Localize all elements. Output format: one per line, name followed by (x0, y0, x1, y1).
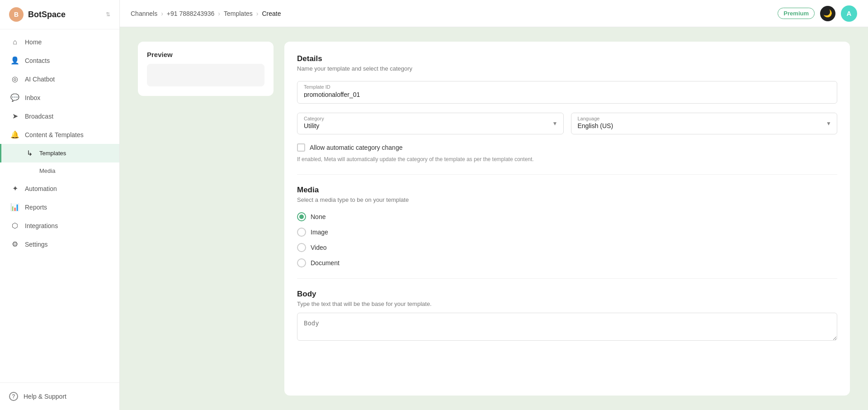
sidebar-label-reports: Reports (25, 204, 47, 211)
category-language-row: Category Utility ▼ Language English (US)… (297, 113, 837, 134)
sidebar-label-broadcast: Broadcast (25, 113, 53, 120)
automation-icon: ✦ (10, 184, 19, 193)
media-radio-group: None Image Video Document (297, 212, 837, 267)
radio-none-label: None (311, 213, 326, 220)
details-title: Details (297, 54, 837, 63)
sidebar-logo[interactable]: B BotSpace ⇅ (0, 0, 119, 29)
radio-video-outer (297, 243, 306, 252)
sidebar-item-templates[interactable]: ↳ Templates (0, 144, 119, 162)
language-label: Language (578, 116, 819, 121)
sidebar-label-settings: Settings (25, 241, 48, 248)
template-id-field: Template ID (297, 81, 837, 104)
preview-bubble (147, 64, 264, 86)
integrations-icon: ⬡ (10, 221, 19, 230)
details-panel: Details Name your template and select th… (284, 42, 850, 396)
reports-icon: 📊 (10, 203, 19, 211)
sidebar-item-content-templates[interactable]: 🔔 Content & Templates (0, 125, 119, 144)
breadcrumb: Channels › +91 7888243936 › Templates › … (131, 10, 281, 17)
media-subtitle: Select a media type to be on your templa… (297, 196, 837, 203)
theme-toggle-button[interactable]: 🌙 (820, 6, 835, 21)
content-area: Preview Details Name your template and s… (120, 27, 868, 410)
media-section: Media Select a media type to be on your … (297, 186, 837, 267)
logo-avatar: B (9, 7, 24, 22)
preview-panel: Preview (138, 42, 274, 396)
sidebar-item-broadcast[interactable]: ➤ Broadcast (0, 107, 119, 125)
sidebar-label-integrations: Integrations (25, 222, 58, 229)
radio-image-outer (297, 228, 306, 237)
sidebar-item-media[interactable]: Media (0, 162, 119, 179)
sidebar-item-integrations[interactable]: ⬡ Integrations (0, 216, 119, 235)
app-name: BotSpace (28, 10, 66, 19)
settings-icon: ⚙ (10, 240, 19, 248)
sidebar-label-media: Media (39, 167, 55, 174)
help-support-item[interactable]: ? Help & Support (9, 388, 110, 405)
broadcast-icon: ➤ (10, 112, 19, 120)
templates-icon: ↳ (25, 149, 34, 157)
sidebar-label-inbox: Inbox (25, 94, 40, 101)
content-templates-icon: 🔔 (10, 130, 19, 139)
sidebar-item-home[interactable]: ⌂ Home (0, 33, 119, 51)
sidebar-label-content-templates: Content & Templates (25, 131, 84, 138)
language-value: English (US) (578, 122, 819, 129)
inbox-icon: 💬 (10, 93, 19, 102)
radio-image-label: Image (311, 229, 328, 236)
ai-chatbot-icon: ◎ (10, 75, 19, 83)
radio-document-outer (297, 258, 306, 267)
body-textarea[interactable] (297, 313, 837, 341)
sidebar-label-home: Home (25, 38, 42, 46)
preview-title: Preview (147, 51, 264, 58)
sidebar-nav: ⌂ Home 👤 Contacts ◎ AI Chatbot 💬 Inbox ➤… (0, 29, 119, 382)
header-actions: Premium 🌙 A (778, 5, 857, 22)
template-id-label: Template ID (304, 84, 830, 90)
premium-badge[interactable]: Premium (778, 8, 815, 19)
breadcrumb-templates[interactable]: Templates (224, 10, 253, 17)
home-icon: ⌂ (10, 38, 19, 46)
media-option-video[interactable]: Video (297, 243, 837, 252)
sidebar-item-settings[interactable]: ⚙ Settings (0, 235, 119, 253)
auto-category-checkbox[interactable] (297, 143, 305, 152)
sidebar-label-contacts: Contacts (25, 57, 50, 64)
radio-video-label: Video (311, 244, 327, 251)
category-select[interactable]: Category Utility ▼ (297, 113, 564, 134)
category-chevron-icon: ▼ (552, 120, 558, 127)
media-option-document[interactable]: Document (297, 258, 837, 267)
language-select[interactable]: Language English (US) ▼ (571, 113, 838, 134)
body-section: Body Type the text that will be the base… (297, 290, 837, 343)
breadcrumb-phone[interactable]: +91 7888243936 (167, 10, 215, 17)
media-option-image[interactable]: Image (297, 228, 837, 237)
auto-category-label: Allow automatic category change (310, 144, 402, 151)
media-title: Media (297, 186, 837, 195)
details-subtitle: Name your template and select the catego… (297, 65, 837, 72)
sidebar-label-ai-chatbot: AI Chatbot (25, 76, 55, 83)
sidebar-item-automation[interactable]: ✦ Automation (0, 179, 119, 198)
help-label: Help & Support (24, 393, 66, 400)
sidebar-label-templates: Templates (39, 150, 66, 157)
auto-category-desc: If enabled, Meta will automatically upda… (297, 155, 837, 163)
chevron-icon: ⇅ (106, 11, 110, 18)
template-id-wrapper[interactable]: Template ID (297, 81, 837, 104)
breadcrumb-create: Create (262, 10, 281, 17)
divider-1 (297, 174, 837, 175)
sidebar-item-reports[interactable]: 📊 Reports (0, 198, 119, 216)
breadcrumb-sep-1: › (161, 10, 163, 17)
body-subtitle: Type the text that will be the base for … (297, 300, 837, 307)
divider-2 (297, 278, 837, 279)
header: Channels › +91 7888243936 › Templates › … (120, 0, 868, 27)
category-label: Category (304, 116, 545, 121)
template-id-input[interactable] (304, 91, 830, 98)
sidebar-item-contacts[interactable]: 👤 Contacts (0, 51, 119, 70)
auto-category-row[interactable]: Allow automatic category change (297, 143, 837, 152)
breadcrumb-channels[interactable]: Channels (131, 10, 157, 17)
body-title: Body (297, 290, 837, 299)
breadcrumb-sep-3: › (256, 10, 259, 17)
radio-none-inner (299, 215, 304, 219)
sidebar-item-inbox[interactable]: 💬 Inbox (0, 88, 119, 107)
media-option-none[interactable]: None (297, 212, 837, 221)
main-area: Channels › +91 7888243936 › Templates › … (120, 0, 868, 410)
sidebar-item-ai-chatbot[interactable]: ◎ AI Chatbot (0, 70, 119, 88)
help-icon: ? (9, 392, 18, 401)
language-chevron-icon: ▼ (826, 120, 831, 127)
user-avatar[interactable]: A (841, 5, 857, 22)
sidebar: B BotSpace ⇅ ⌂ Home 👤 Contacts ◎ AI Chat… (0, 0, 120, 410)
preview-card: Preview (138, 42, 274, 96)
